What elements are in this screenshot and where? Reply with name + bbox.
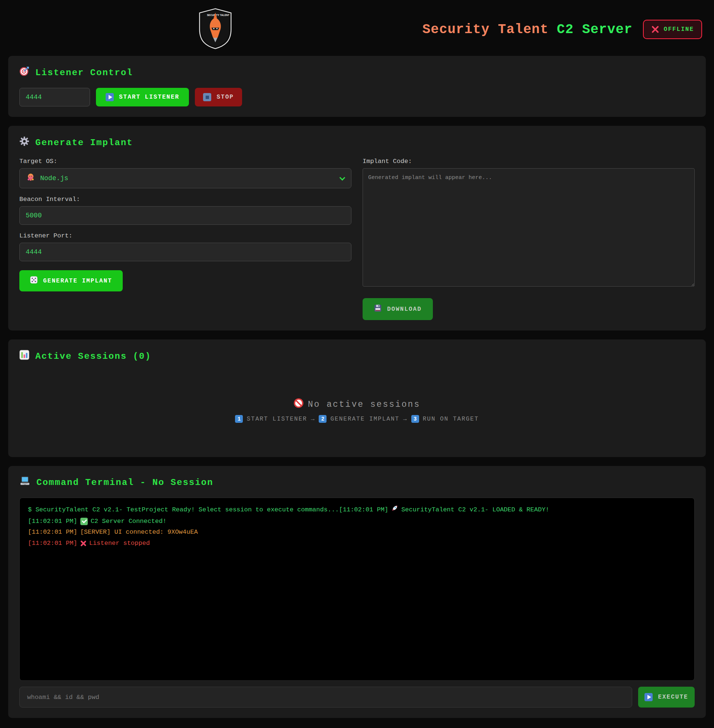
logo-container: SECURITY TALENT [8, 8, 423, 52]
command-terminal-heading-label: Command Terminal - No Session [36, 478, 213, 487]
offline-x-icon [651, 25, 659, 33]
terminal-line-text: C2 Server Connected! [91, 517, 166, 526]
listener-controls-row: START LISTENER STOP [20, 88, 694, 107]
implant-listener-port-input[interactable] [20, 243, 351, 261]
implant-code-label: Implant Code: [363, 158, 694, 165]
step-1-label: START LISTENER [246, 416, 307, 423]
rocket-icon [391, 505, 398, 515]
step-2-label: GENERATE IMPLANT [330, 416, 399, 423]
target-os-label: Target OS: [20, 158, 351, 165]
listener-control-panel: Listener Control START LISTENER STOP [8, 56, 706, 117]
download-button[interactable]: DOWNLOAD [363, 298, 433, 320]
listener-control-heading-label: Listener Control [35, 68, 133, 78]
shield-logo-icon: SECURITY TALENT [198, 8, 233, 52]
terminal-line: [11:02:01 PM] C2 Server Connected! [28, 517, 686, 526]
implant-code-column: Implant Code: DOWNLOAD [363, 158, 694, 320]
chevron-down-icon [339, 175, 345, 181]
listener-port-input[interactable] [20, 88, 90, 107]
sessions-steps-hint: 1 START LISTENER → 2 GENERATE IMPLANT → … [20, 415, 694, 423]
page-title-accent: C2 Server [557, 22, 632, 37]
no-active-sessions-message: No active sessions [20, 398, 694, 411]
command-terminal-heading: Command Terminal - No Session [20, 477, 694, 489]
download-button-label: DOWNLOAD [387, 306, 422, 313]
beacon-interval-label: Beacon Interval: [20, 196, 351, 203]
svg-text:SECURITY TALENT: SECURITY TALENT [207, 14, 229, 17]
floppy-disk-icon [374, 304, 382, 314]
terminal-line: [11:02:01 PM] [SERVER] UI connected: 9XO… [28, 528, 686, 537]
page-title-primary: Security Talent [423, 22, 557, 37]
page-title: Security Talent C2 Server [423, 22, 633, 37]
target-os-select[interactable]: Node.js [20, 168, 351, 188]
active-sessions-heading: Active Sessions (0) [20, 350, 694, 362]
execute-button[interactable]: EXECUTE [638, 687, 694, 707]
terminal-timestamp: [11:02:01 PM] [28, 528, 77, 537]
implant-code-textarea[interactable] [363, 168, 694, 287]
check-icon [80, 518, 88, 525]
terminal-line: $ SecurityTalent C2 v2.1- TestProject Re… [28, 505, 686, 515]
terminal-line-text: $ SecurityTalent C2 v2.1- TestProject Re… [28, 505, 388, 515]
terminal-input-row: EXECUTE [20, 687, 694, 707]
target-icon [20, 66, 29, 79]
terminal-line-text: [SERVER] UI connected: 9XOw4uEA [80, 528, 198, 537]
stop-listener-button-label: STOP [216, 94, 234, 101]
sessions-empty-state: No active sessions 1 START LISTENER → 2 … [20, 372, 694, 447]
generate-implant-panel: Generate Implant Target OS: [8, 126, 706, 331]
keycap-1-icon: 1 [235, 415, 243, 423]
step-3-label: RUN ON TARGET [423, 416, 479, 423]
no-entry-icon [294, 398, 303, 411]
execute-button-label: EXECUTE [658, 694, 688, 701]
generate-implant-button-label: GENERATE IMPLANT [43, 278, 112, 284]
dice-icon [30, 276, 38, 286]
keycap-2-icon: 2 [319, 415, 327, 423]
terminal-output[interactable]: $ SecurityTalent C2 v2.1- TestProject Re… [20, 498, 694, 681]
status-badge-label: OFFLINE [664, 26, 694, 33]
keycap-3-icon: 3 [411, 415, 419, 423]
terminal-line-text: SecurityTalent C2 v2.1- LOADED & READY! [401, 505, 549, 515]
step-arrow: → [403, 416, 408, 423]
listener-port-field-label: Listener Port: [20, 232, 351, 239]
laptop-icon [20, 477, 30, 489]
stop-icon [203, 93, 211, 101]
listener-control-heading: Listener Control [20, 66, 694, 79]
terminal-timestamp: [11:02:01 PM] [28, 517, 77, 526]
command-terminal-panel: Command Terminal - No Session $ Security… [8, 466, 706, 718]
play-icon [645, 693, 652, 701]
play-icon [106, 93, 114, 101]
bar-chart-icon [20, 350, 29, 362]
generate-implant-heading: Generate Implant [20, 136, 694, 149]
start-listener-button-label: START LISTENER [119, 94, 179, 101]
page: SECURITY TALENT Security Talent C2 Serve… [0, 0, 714, 718]
command-input[interactable] [20, 687, 632, 707]
no-active-sessions-text: No active sessions [308, 400, 420, 409]
generate-implant-heading-label: Generate Implant [35, 138, 133, 148]
octopus-icon [26, 173, 35, 184]
step-arrow: → [311, 416, 315, 423]
terminal-line: [11:02:01 PM] Listener stopped [28, 539, 686, 548]
terminal-timestamp: [11:02:01 PM] [28, 539, 77, 548]
start-listener-button[interactable]: START LISTENER [96, 88, 189, 107]
cross-mark-icon [80, 540, 86, 546]
terminal-line-text: Listener stopped [89, 539, 150, 548]
implant-form-column: Target OS: [20, 158, 351, 292]
generate-implant-button[interactable]: GENERATE IMPLANT [20, 270, 123, 292]
active-sessions-heading-label: Active Sessions (0) [35, 351, 152, 361]
beacon-interval-input[interactable] [20, 206, 351, 225]
status-badge: OFFLINE [643, 20, 702, 39]
gear-icon [20, 136, 29, 149]
generate-implant-grid: Target OS: [20, 158, 694, 320]
header: SECURITY TALENT Security Talent C2 Serve… [8, 0, 706, 56]
stop-listener-button[interactable]: STOP [195, 88, 242, 107]
target-os-value: Node.js [40, 174, 68, 182]
active-sessions-panel: Active Sessions (0) No active sessions 1… [8, 340, 706, 457]
